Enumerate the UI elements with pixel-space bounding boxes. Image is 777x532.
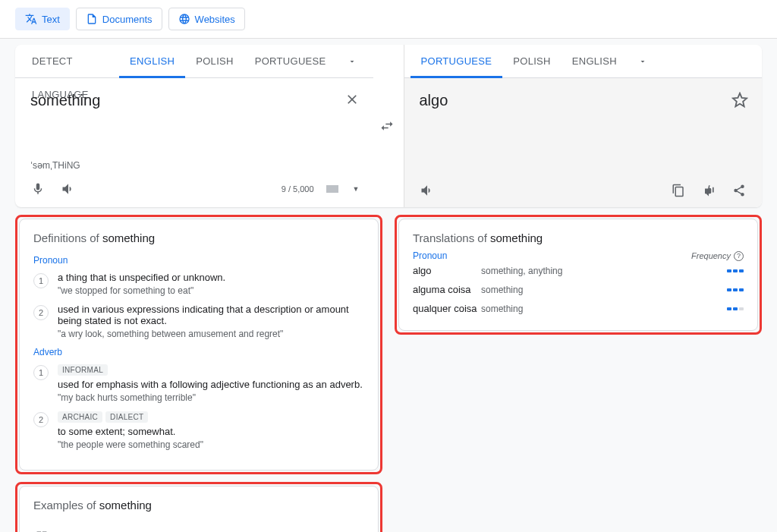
translation-word: algo xyxy=(413,265,481,276)
save-translation-button[interactable] xyxy=(731,92,748,109)
translation-row[interactable]: qualquer coisasomething xyxy=(413,299,744,318)
quote-icon xyxy=(33,527,50,532)
swap-languages-button[interactable] xyxy=(372,118,402,134)
translations-title: Translations of something xyxy=(413,231,744,244)
microphone-icon xyxy=(31,182,45,196)
swap-icon xyxy=(379,118,395,134)
translation-meaning: something xyxy=(481,304,727,314)
char-count: 9 / 5,000 xyxy=(282,184,314,194)
chevron-down-icon xyxy=(638,57,647,66)
translations-pos: Pronoun xyxy=(413,250,447,261)
share-icon xyxy=(732,184,746,197)
translation-row[interactable]: algosomething, anything xyxy=(413,261,744,280)
translation-meaning: something, anything xyxy=(481,266,727,276)
tab-text[interactable]: Text xyxy=(15,8,70,30)
lang-detect[interactable]: DETECT LANGUAGE xyxy=(21,45,119,78)
close-icon xyxy=(344,92,360,107)
keyboard-dropdown[interactable]: ▼ xyxy=(353,185,360,193)
definition-example: "my back hurts something terrible" xyxy=(58,392,364,403)
speaker-icon xyxy=(61,181,76,197)
listen-source-button[interactable] xyxy=(59,180,77,198)
translation-word: qualquer coisa xyxy=(413,303,481,314)
source-input[interactable]: something xyxy=(30,92,325,109)
translate-icon xyxy=(25,13,37,25)
definition-example: "the people were something scared" xyxy=(58,439,364,450)
examples-title: Examples of something xyxy=(33,499,364,512)
definitions-title: Definitions of something xyxy=(33,231,364,244)
feedback-button[interactable] xyxy=(700,181,718,200)
definition-text: a thing that is unspecified or unknown. xyxy=(58,272,364,283)
definition-number: 1 xyxy=(33,365,49,380)
definition-number: 1 xyxy=(33,273,49,288)
document-icon xyxy=(86,13,98,25)
definition-text: used for emphasis with a following adjec… xyxy=(58,379,364,390)
register-tag: ARCHAIC xyxy=(58,411,102,423)
frequency-indicator xyxy=(727,307,744,310)
lang-source-polish[interactable]: POLISH xyxy=(185,45,244,78)
globe-icon xyxy=(178,13,190,25)
listen-target-button[interactable] xyxy=(418,181,436,200)
definition-number: 2 xyxy=(33,305,49,320)
tab-documents-label: Documents xyxy=(102,14,153,25)
translation-meaning: something xyxy=(481,285,727,295)
lang-source-english[interactable]: ENGLISH xyxy=(119,45,185,78)
copy-button[interactable] xyxy=(669,181,687,200)
share-button[interactable] xyxy=(730,181,748,200)
clear-button[interactable] xyxy=(344,92,360,107)
example-text: a wry look, something between amusement … xyxy=(61,530,303,533)
microphone-button[interactable] xyxy=(29,180,47,198)
speaker-icon xyxy=(420,183,435,198)
target-output: algo xyxy=(420,92,747,109)
definition-text: used in various expressions indicating t… xyxy=(58,304,364,326)
definition-item: 1INFORMALused for emphasis with a follow… xyxy=(33,364,364,403)
definition-text: to some extent; somewhat. xyxy=(58,426,364,437)
pronunciation-text: ˈsəmˌTHiNG xyxy=(15,160,373,175)
frequency-indicator xyxy=(727,269,744,272)
lang-target-polish[interactable]: POLISH xyxy=(502,45,561,78)
lang-target-english[interactable]: ENGLISH xyxy=(562,45,628,78)
examples-card: Examples of something a wry look, someth… xyxy=(19,486,379,532)
translations-card: Translations of something Pronoun Freque… xyxy=(398,219,758,331)
translation-row[interactable]: alguma coisasomething xyxy=(413,280,744,299)
definitions-card: Definitions of something Pronoun1a thing… xyxy=(19,219,379,471)
register-tag: INFORMAL xyxy=(58,364,108,376)
chevron-down-icon xyxy=(348,57,357,66)
help-icon[interactable]: ? xyxy=(734,251,744,261)
definition-example: "we stopped for something to eat" xyxy=(58,285,364,296)
frequency-indicator xyxy=(727,288,744,291)
definition-example: "a wry look, something between amusement… xyxy=(58,329,364,339)
target-lang-dropdown[interactable] xyxy=(628,57,658,66)
keyboard-button[interactable] xyxy=(326,185,338,193)
translation-word: alguma coisa xyxy=(413,284,481,295)
example-item: a wry look, something between amusement … xyxy=(33,522,364,532)
definition-item: 2used in various expressions indicating … xyxy=(33,304,364,339)
tab-websites-label: Websites xyxy=(195,14,235,25)
tab-websites[interactable]: Websites xyxy=(168,8,245,30)
source-lang-dropdown[interactable] xyxy=(337,57,367,66)
lang-source-portuguese[interactable]: PORTUGUESE xyxy=(244,45,337,78)
thumbs-icon xyxy=(701,183,716,198)
tab-text-label: Text xyxy=(42,14,60,25)
star-icon xyxy=(731,92,748,109)
lang-target-portuguese[interactable]: PORTUGUESE xyxy=(411,45,503,78)
frequency-label: Frequency ? xyxy=(691,251,744,261)
copy-icon xyxy=(672,184,685,197)
register-tag: DIALECT xyxy=(105,411,148,423)
pos-label: Adverb xyxy=(33,347,364,357)
definition-item: 1a thing that is unspecified or unknown.… xyxy=(33,272,364,296)
definition-number: 2 xyxy=(33,412,49,427)
tab-documents[interactable]: Documents xyxy=(76,8,162,30)
pos-label: Pronoun xyxy=(33,255,364,266)
definition-item: 2ARCHAICDIALECTto some extent; somewhat.… xyxy=(33,411,364,450)
